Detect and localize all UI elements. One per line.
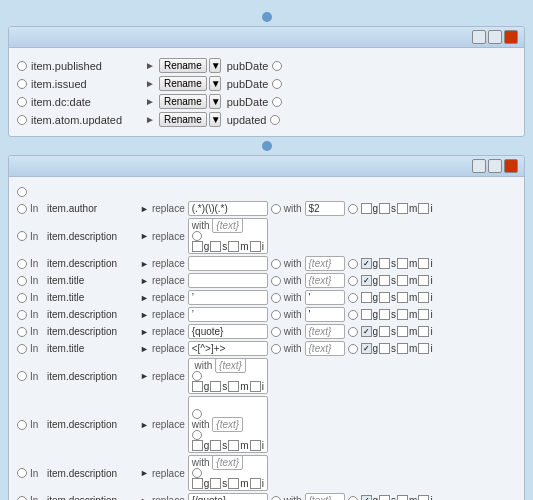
rename-dropdown-0[interactable]: ▼ xyxy=(209,58,221,73)
regex-radio-9[interactable] xyxy=(17,420,27,430)
regex-end-radio-11[interactable] xyxy=(348,496,358,501)
regex-mid-radio-6[interactable] xyxy=(271,327,281,337)
regex-mid-radio-11[interactable] xyxy=(271,496,281,501)
rename-action-btn-0[interactable]: Rename xyxy=(159,58,207,73)
regex-radio-6[interactable] xyxy=(17,327,27,337)
cb-m-7[interactable] xyxy=(397,343,408,354)
regex-mid-radio-5[interactable] xyxy=(271,310,281,320)
cb-g-6[interactable]: ✓ xyxy=(361,326,372,337)
cb-m-5[interactable] xyxy=(397,309,408,320)
cb-i-8[interactable] xyxy=(250,381,261,392)
rename-radio-0[interactable] xyxy=(17,61,27,71)
cb-i-4[interactable] xyxy=(418,292,429,303)
regex-radio-1[interactable] xyxy=(17,231,27,241)
cb-i-0[interactable] xyxy=(418,203,429,214)
rename-close-button[interactable] xyxy=(504,30,518,44)
cb-s-11[interactable] xyxy=(379,495,390,500)
cb-i-10[interactable] xyxy=(250,478,261,489)
cb-s-4[interactable] xyxy=(379,292,390,303)
cb-i-6[interactable] xyxy=(418,326,429,337)
cb-g-8[interactable] xyxy=(192,381,203,392)
cb-s-6[interactable] xyxy=(379,326,390,337)
rename-dropdown-1[interactable]: ▼ xyxy=(209,76,221,91)
rename-action-btn-2[interactable]: Rename xyxy=(159,94,207,109)
cb-s-5[interactable] xyxy=(379,309,390,320)
regex-min-button[interactable] xyxy=(488,159,502,173)
regex-radio-2[interactable] xyxy=(17,259,27,269)
regex-radio-10[interactable] xyxy=(17,468,27,478)
regex-end-radio-6[interactable] xyxy=(348,327,358,337)
cb-g-3[interactable]: ✓ xyxy=(361,275,372,286)
cb-m-9[interactable] xyxy=(228,440,239,451)
cb-s-8[interactable] xyxy=(210,381,221,392)
cb-g-2[interactable]: ✓ xyxy=(361,258,372,269)
cb-g-9[interactable] xyxy=(192,440,203,451)
regex-radio-0[interactable] xyxy=(17,204,27,214)
regex-end-radio-3[interactable] xyxy=(348,276,358,286)
cb-s-7[interactable] xyxy=(379,343,390,354)
regex-end-radio-1[interactable] xyxy=(192,231,202,241)
rename-dropdown-2[interactable]: ▼ xyxy=(209,94,221,109)
rename-radio-1[interactable] xyxy=(17,79,27,89)
regex-end-radio-2[interactable] xyxy=(348,259,358,269)
cb-s-2[interactable] xyxy=(379,258,390,269)
regex-end-radio-0[interactable] xyxy=(348,204,358,214)
regex-mid-radio-7[interactable] xyxy=(271,344,281,354)
cb-g-1[interactable] xyxy=(192,241,203,252)
cb-g-5[interactable] xyxy=(361,309,372,320)
cb-i-11[interactable] xyxy=(418,495,429,500)
regex-end-radio-4[interactable] xyxy=(348,293,358,303)
regex-mid-radio-4[interactable] xyxy=(271,293,281,303)
cb-i-7[interactable] xyxy=(418,343,429,354)
cb-g-4[interactable] xyxy=(361,292,372,303)
cb-i-2[interactable] xyxy=(418,258,429,269)
cb-m-8[interactable] xyxy=(228,381,239,392)
cb-g-11[interactable]: ✓ xyxy=(361,495,372,500)
cb-m-2[interactable] xyxy=(397,258,408,269)
rename-min-button[interactable] xyxy=(488,30,502,44)
cb-m-4[interactable] xyxy=(397,292,408,303)
regex-radio-11[interactable] xyxy=(17,496,27,501)
regex-radio-4[interactable] xyxy=(17,293,27,303)
cb-i-3[interactable] xyxy=(418,275,429,286)
regex-mid-radio-0[interactable] xyxy=(271,204,281,214)
regex-radio-7[interactable] xyxy=(17,344,27,354)
regex-rules-radio[interactable] xyxy=(17,187,27,197)
cb-s-10[interactable] xyxy=(210,478,221,489)
regex-mid-radio-2[interactable] xyxy=(271,259,281,269)
cb-m-10[interactable] xyxy=(228,478,239,489)
regex-end-radio-10[interactable] xyxy=(192,468,202,478)
regex-end-radio-5[interactable] xyxy=(348,310,358,320)
cb-g-0[interactable] xyxy=(361,203,372,214)
rename-radio-2[interactable] xyxy=(17,97,27,107)
regex-radio-8[interactable] xyxy=(17,371,27,381)
cb-m-1[interactable] xyxy=(228,241,239,252)
regex-help-button[interactable] xyxy=(472,159,486,173)
rename-dropdown-3[interactable]: ▼ xyxy=(209,112,221,127)
rename-action-btn-1[interactable]: Rename xyxy=(159,76,207,91)
cb-i-1[interactable] xyxy=(250,241,261,252)
regex-end-radio-8[interactable] xyxy=(192,371,202,381)
regex-end-radio-9[interactable] xyxy=(192,430,202,440)
cb-m-6[interactable] xyxy=(397,326,408,337)
cb-g-10[interactable] xyxy=(192,478,203,489)
regex-mid-radio-3[interactable] xyxy=(271,276,281,286)
cb-s-1[interactable] xyxy=(210,241,221,252)
cb-s-3[interactable] xyxy=(379,275,390,286)
regex-close-button[interactable] xyxy=(504,159,518,173)
cb-m-0[interactable] xyxy=(397,203,408,214)
regex-radio-5[interactable] xyxy=(17,310,27,320)
rename-help-button[interactable] xyxy=(472,30,486,44)
regex-end-radio-7[interactable] xyxy=(348,344,358,354)
rename-action-btn-3[interactable]: Rename xyxy=(159,112,207,127)
cb-s-9[interactable] xyxy=(210,440,221,451)
cb-m-11[interactable] xyxy=(397,495,408,500)
rename-radio-3[interactable] xyxy=(17,115,27,125)
regex-mid-radio-9[interactable] xyxy=(192,409,202,419)
cb-i-9[interactable] xyxy=(250,440,261,451)
regex-radio-3[interactable] xyxy=(17,276,27,286)
cb-s-0[interactable] xyxy=(379,203,390,214)
cb-i-5[interactable] xyxy=(418,309,429,320)
cb-g-7[interactable]: ✓ xyxy=(361,343,372,354)
cb-m-3[interactable] xyxy=(397,275,408,286)
